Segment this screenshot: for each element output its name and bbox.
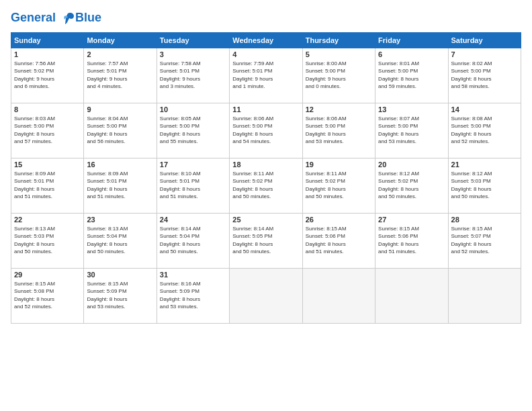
table-cell: 21Sunrise: 8:12 AMSunset: 5:03 PMDayligh… <box>448 158 521 214</box>
table-cell: 9Sunrise: 8:04 AMSunset: 5:00 PMDaylight… <box>84 103 157 158</box>
day-number: 30 <box>87 271 153 279</box>
table-cell <box>375 269 448 324</box>
logo-bird-icon <box>60 11 75 26</box>
table-cell: 12Sunrise: 8:06 AMSunset: 5:00 PMDayligh… <box>302 103 375 158</box>
day-number: 2 <box>87 50 153 58</box>
table-cell <box>230 269 302 324</box>
cell-content: Sunrise: 8:11 AMSunset: 5:02 PMDaylight:… <box>306 170 372 200</box>
day-number: 28 <box>451 216 518 224</box>
table-cell: 31Sunrise: 8:16 AMSunset: 5:09 PMDayligh… <box>157 269 229 324</box>
cell-content: Sunrise: 8:13 AMSunset: 5:03 PMDaylight:… <box>14 225 81 255</box>
table-cell: 5Sunrise: 8:00 AMSunset: 5:00 PMDaylight… <box>302 48 375 103</box>
table-cell: 23Sunrise: 8:13 AMSunset: 5:04 PMDayligh… <box>84 214 157 269</box>
day-number: 16 <box>87 161 153 169</box>
cell-content: Sunrise: 8:12 AMSunset: 5:02 PMDaylight:… <box>378 170 445 200</box>
cell-content: Sunrise: 8:15 AMSunset: 5:07 PMDaylight:… <box>451 225 518 255</box>
day-number: 23 <box>87 216 153 224</box>
cell-content: Sunrise: 7:58 AMSunset: 5:01 PMDaylight:… <box>160 60 226 90</box>
day-number: 19 <box>306 161 372 169</box>
cell-content: Sunrise: 8:03 AMSunset: 5:00 PMDaylight:… <box>14 115 81 145</box>
cell-content: Sunrise: 8:04 AMSunset: 5:00 PMDaylight:… <box>87 115 153 145</box>
cell-content: Sunrise: 8:01 AMSunset: 5:00 PMDaylight:… <box>378 60 445 90</box>
table-cell: 26Sunrise: 8:15 AMSunset: 5:06 PMDayligh… <box>302 214 375 269</box>
cell-content: Sunrise: 8:06 AMSunset: 5:00 PMDaylight:… <box>306 115 372 145</box>
cell-content: Sunrise: 7:57 AMSunset: 5:01 PMDaylight:… <box>87 60 153 90</box>
calendar-week-row: 22Sunrise: 8:13 AMSunset: 5:03 PMDayligh… <box>11 214 521 269</box>
table-cell: 6Sunrise: 8:01 AMSunset: 5:00 PMDaylight… <box>375 48 448 103</box>
table-cell: 29Sunrise: 8:15 AMSunset: 5:08 PMDayligh… <box>11 269 84 324</box>
table-cell: 13Sunrise: 8:07 AMSunset: 5:00 PMDayligh… <box>375 103 448 158</box>
table-cell: 19Sunrise: 8:11 AMSunset: 5:02 PMDayligh… <box>302 158 375 214</box>
day-number: 11 <box>232 105 299 113</box>
cell-content: Sunrise: 7:56 AMSunset: 5:02 PMDaylight:… <box>14 60 81 90</box>
cell-content: Sunrise: 8:14 AMSunset: 5:05 PMDaylight:… <box>232 225 299 255</box>
cell-content: Sunrise: 8:15 AMSunset: 5:09 PMDaylight:… <box>87 280 153 310</box>
table-cell: 25Sunrise: 8:14 AMSunset: 5:05 PMDayligh… <box>230 214 302 269</box>
day-number: 22 <box>14 216 81 224</box>
cell-content: Sunrise: 7:59 AMSunset: 5:01 PMDaylight:… <box>232 60 299 90</box>
col-thursday: Thursday <box>302 33 375 48</box>
day-number: 17 <box>160 161 226 169</box>
day-number: 21 <box>451 161 518 169</box>
cell-content: Sunrise: 8:02 AMSunset: 5:00 PMDaylight:… <box>451 60 518 90</box>
day-number: 9 <box>87 105 153 113</box>
table-cell <box>302 269 375 324</box>
day-number: 6 <box>378 50 445 58</box>
table-cell <box>448 269 521 324</box>
calendar-week-row: 15Sunrise: 8:09 AMSunset: 5:01 PMDayligh… <box>11 158 521 214</box>
cell-content: Sunrise: 8:12 AMSunset: 5:03 PMDaylight:… <box>451 170 518 200</box>
table-cell: 27Sunrise: 8:15 AMSunset: 5:06 PMDayligh… <box>375 214 448 269</box>
cell-content: Sunrise: 8:07 AMSunset: 5:00 PMDaylight:… <box>378 115 445 145</box>
table-cell: 1Sunrise: 7:56 AMSunset: 5:02 PMDaylight… <box>11 48 84 103</box>
cell-content: Sunrise: 8:08 AMSunset: 5:00 PMDaylight:… <box>451 115 518 145</box>
cell-content: Sunrise: 8:09 AMSunset: 5:01 PMDaylight:… <box>87 170 153 200</box>
calendar-table: Sunday Monday Tuesday Wednesday Thursday… <box>11 32 521 324</box>
cell-content: Sunrise: 8:15 AMSunset: 5:06 PMDaylight:… <box>378 225 445 255</box>
cell-content: Sunrise: 8:11 AMSunset: 5:02 PMDaylight:… <box>232 170 299 200</box>
col-saturday: Saturday <box>448 33 521 48</box>
day-number: 14 <box>451 105 518 113</box>
day-number: 4 <box>232 50 299 58</box>
day-number: 15 <box>14 161 81 169</box>
day-number: 18 <box>232 161 299 169</box>
day-number: 24 <box>160 216 226 224</box>
table-cell: 28Sunrise: 8:15 AMSunset: 5:07 PMDayligh… <box>448 214 521 269</box>
day-number: 3 <box>160 50 226 58</box>
day-number: 29 <box>14 271 81 279</box>
calendar-week-row: 1Sunrise: 7:56 AMSunset: 5:02 PMDaylight… <box>11 48 521 103</box>
day-number: 12 <box>306 105 372 113</box>
cell-content: Sunrise: 8:05 AMSunset: 5:00 PMDaylight:… <box>160 115 226 145</box>
table-cell: 11Sunrise: 8:06 AMSunset: 5:00 PMDayligh… <box>230 103 302 158</box>
day-number: 5 <box>306 50 372 58</box>
page: General Blue Sunday Monday Tuesday <box>0 0 532 411</box>
day-number: 10 <box>160 105 226 113</box>
table-cell: 30Sunrise: 8:15 AMSunset: 5:09 PMDayligh… <box>84 269 157 324</box>
day-number: 13 <box>378 105 445 113</box>
logo-blue: Blue <box>75 11 101 25</box>
cell-content: Sunrise: 8:10 AMSunset: 5:01 PMDaylight:… <box>160 170 226 200</box>
table-cell: 16Sunrise: 8:09 AMSunset: 5:01 PMDayligh… <box>84 158 157 214</box>
header: General Blue <box>11 11 521 26</box>
header-row: Sunday Monday Tuesday Wednesday Thursday… <box>11 33 521 48</box>
day-number: 26 <box>306 216 372 224</box>
table-cell: 17Sunrise: 8:10 AMSunset: 5:01 PMDayligh… <box>157 158 229 214</box>
cell-content: Sunrise: 8:15 AMSunset: 5:06 PMDaylight:… <box>306 225 372 255</box>
table-cell: 4Sunrise: 7:59 AMSunset: 5:01 PMDaylight… <box>230 48 302 103</box>
day-number: 25 <box>232 216 299 224</box>
cell-content: Sunrise: 8:16 AMSunset: 5:09 PMDaylight:… <box>160 280 226 310</box>
logo: General Blue <box>11 11 101 26</box>
day-number: 27 <box>378 216 445 224</box>
table-cell: 14Sunrise: 8:08 AMSunset: 5:00 PMDayligh… <box>448 103 521 158</box>
col-friday: Friday <box>375 33 448 48</box>
cell-content: Sunrise: 8:06 AMSunset: 5:00 PMDaylight:… <box>232 115 299 145</box>
cell-content: Sunrise: 8:00 AMSunset: 5:00 PMDaylight:… <box>306 60 372 90</box>
day-number: 20 <box>378 161 445 169</box>
table-cell: 18Sunrise: 8:11 AMSunset: 5:02 PMDayligh… <box>230 158 302 214</box>
table-cell: 15Sunrise: 8:09 AMSunset: 5:01 PMDayligh… <box>11 158 84 214</box>
logo-general: General <box>11 11 56 24</box>
col-tuesday: Tuesday <box>157 33 229 48</box>
table-cell: 7Sunrise: 8:02 AMSunset: 5:00 PMDaylight… <box>448 48 521 103</box>
day-number: 1 <box>14 50 81 58</box>
table-cell: 22Sunrise: 8:13 AMSunset: 5:03 PMDayligh… <box>11 214 84 269</box>
col-sunday: Sunday <box>11 33 84 48</box>
